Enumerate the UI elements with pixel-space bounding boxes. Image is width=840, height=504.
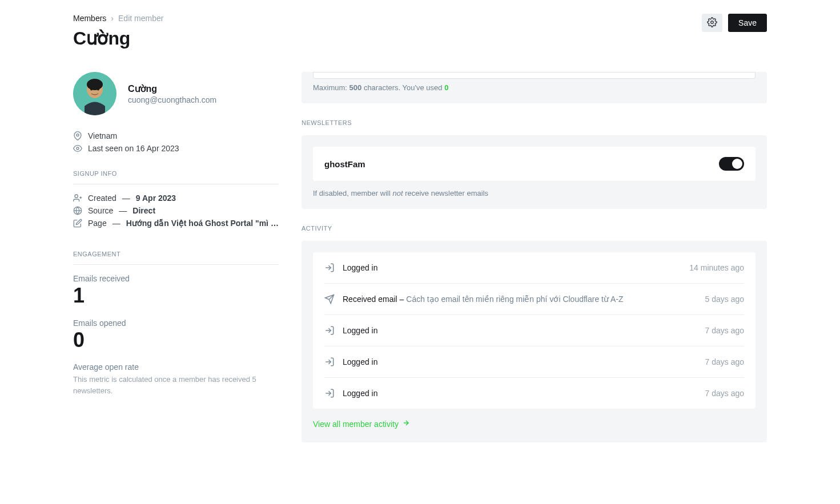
svg-point-4 bbox=[90, 88, 93, 91]
profile-email: cuong@cuongthach.com bbox=[128, 95, 216, 104]
svg-point-3 bbox=[87, 79, 103, 90]
note-textarea[interactable] bbox=[313, 72, 755, 79]
emails-received-value: 1 bbox=[73, 284, 279, 307]
globe-icon bbox=[73, 206, 82, 215]
user-plus-icon bbox=[73, 193, 82, 203]
location-icon bbox=[73, 131, 82, 140]
activity-time: 7 days ago bbox=[705, 357, 745, 366]
char-count: Maximum: 500 characters. You've used 0 bbox=[313, 83, 755, 92]
login-icon bbox=[324, 263, 335, 273]
login-icon bbox=[324, 388, 335, 398]
newsletters-heading: NEWSLETTERS bbox=[302, 119, 767, 126]
emails-opened-label: Emails opened bbox=[73, 318, 279, 328]
activity-row: Logged in7 days ago bbox=[324, 378, 744, 409]
activity-time: 7 days ago bbox=[705, 326, 745, 335]
login-icon bbox=[324, 325, 335, 336]
avatar bbox=[73, 72, 116, 115]
login-icon bbox=[324, 357, 335, 367]
settings-button[interactable] bbox=[702, 14, 722, 32]
activity-time: 5 days ago bbox=[705, 295, 745, 304]
activity-text: Logged in bbox=[343, 263, 378, 272]
activity-row: Received email – Cách tạo email tên miền… bbox=[324, 284, 744, 315]
activity-time: 7 days ago bbox=[705, 389, 745, 398]
svg-point-7 bbox=[77, 147, 79, 150]
edit-icon bbox=[73, 219, 82, 228]
svg-point-0 bbox=[711, 21, 714, 23]
save-button[interactable]: Save bbox=[728, 14, 767, 32]
gear-icon bbox=[707, 17, 717, 29]
send-icon bbox=[324, 294, 335, 304]
activity-time: 14 minutes ago bbox=[689, 263, 744, 272]
profile-name: Cường bbox=[128, 83, 216, 94]
eye-icon bbox=[73, 144, 82, 153]
engagement-heading: ENGAGEMENT bbox=[73, 251, 279, 265]
activity-list: Logged in14 minutes agoReceived email – … bbox=[313, 252, 755, 409]
arrow-right-icon bbox=[402, 419, 410, 429]
chevron-right-icon: › bbox=[111, 14, 114, 23]
svg-point-8 bbox=[75, 195, 78, 197]
page-title: Cường bbox=[73, 27, 163, 49]
breadcrumb: Members › Edit member bbox=[73, 14, 163, 23]
breadcrumb-root[interactable]: Members bbox=[73, 14, 106, 23]
profile-last-seen: Last seen on 16 Apr 2023 bbox=[88, 144, 179, 153]
svg-point-6 bbox=[77, 134, 79, 136]
activity-text: Received email – Cách tạo email tên miền… bbox=[343, 295, 624, 304]
svg-point-5 bbox=[97, 88, 99, 91]
open-rate-label: Average open rate bbox=[73, 362, 279, 372]
activity-text: Logged in bbox=[343, 357, 378, 366]
profile-location: Vietnam bbox=[88, 131, 117, 140]
activity-row: Logged in7 days ago bbox=[324, 315, 744, 346]
activity-text: Logged in bbox=[343, 326, 378, 335]
view-all-activity[interactable]: View all member activity bbox=[313, 409, 755, 431]
signup-heading: SIGNUP INFO bbox=[73, 170, 279, 184]
activity-heading: ACTIVITY bbox=[302, 225, 767, 232]
newsletter-note: If disabled, member will not receive new… bbox=[313, 189, 755, 197]
activity-text: Logged in bbox=[343, 389, 378, 398]
breadcrumb-current: Edit member bbox=[118, 14, 163, 23]
emails-received-label: Emails received bbox=[73, 274, 279, 283]
emails-opened-value: 0 bbox=[73, 329, 279, 352]
newsletter-toggle[interactable] bbox=[719, 157, 744, 171]
open-rate-note: This metric is calculated once a member … bbox=[73, 374, 279, 396]
activity-row: Logged in14 minutes ago bbox=[324, 252, 744, 284]
newsletter-name: ghostFam bbox=[324, 159, 365, 169]
activity-row: Logged in7 days ago bbox=[324, 346, 744, 378]
